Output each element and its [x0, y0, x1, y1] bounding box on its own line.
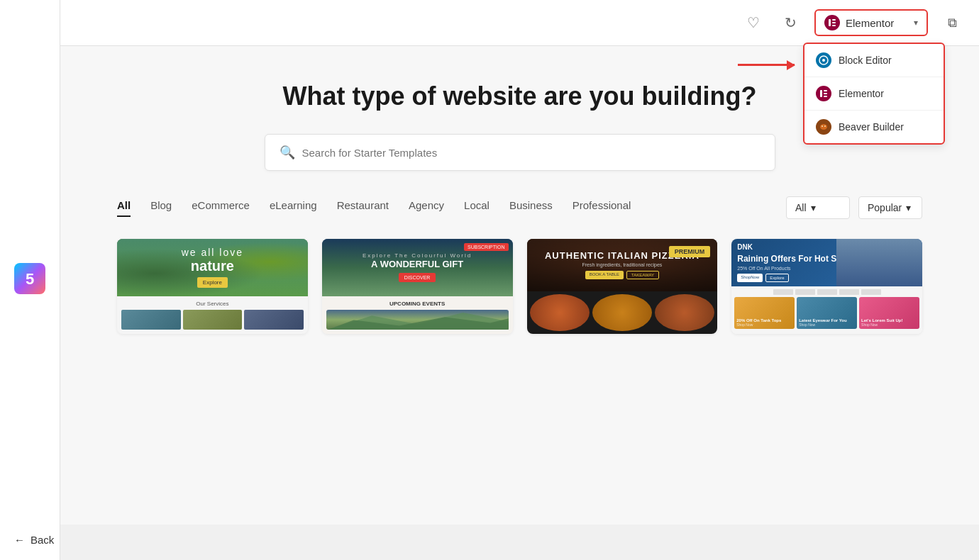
filter-row: All Blog eCommerce eLearning Restaurant …	[117, 196, 922, 219]
template-card-outdoor[interactable]: SUBSCRIPTION Explore The Colourful World…	[322, 239, 513, 334]
dnk-card-2-cta: Shop Now	[799, 323, 855, 327]
search-box: 🔍	[265, 134, 775, 171]
filter-tab-ecommerce[interactable]: eCommerce	[192, 199, 250, 217]
filter-tabs: All Blog eCommerce eLearning Restaurant …	[117, 199, 631, 217]
sort-filter-dropdown[interactable]: Popular ▾	[858, 196, 922, 219]
pizza-cta-1: BOOK A TABLE	[585, 271, 624, 279]
dropdown-selected-label: Elementor	[846, 17, 894, 29]
template-card-nature[interactable]: we all love nature Explore Our Services	[117, 239, 308, 334]
svg-rect-11	[824, 96, 827, 97]
filter-tab-restaurant[interactable]: Restaurant	[337, 199, 389, 217]
sort-filter-chevron: ▾	[906, 202, 911, 213]
outdoor-badge: SUBSCRIPTION	[464, 243, 509, 251]
dropdown-item-beaver-builder[interactable]: Beaver Builder	[804, 111, 944, 143]
svg-rect-2	[829, 19, 831, 26]
nature-hero-text: we all love nature Explore	[182, 247, 243, 288]
pizza-img-2	[592, 294, 652, 331]
template-thumb-dnk: DNK Raining Offers For Hot Summer! 25% O…	[731, 239, 922, 334]
filter-tab-agency[interactable]: Agency	[409, 199, 444, 217]
type-filter-dropdown[interactable]: All ▾	[786, 196, 850, 219]
builder-dropdown-menu: Block Editor Elementor Beav	[803, 43, 945, 145]
page-title: What type of website are you building?	[117, 82, 922, 111]
nature-cta: Explore	[197, 277, 228, 288]
filter-tab-business[interactable]: Business	[509, 199, 553, 217]
svg-point-13	[822, 125, 823, 127]
filter-tab-blog[interactable]: Blog	[150, 199, 172, 217]
dropdown-item-block-editor[interactable]: Block Editor	[804, 44, 944, 77]
dnk-btn-explore: Explore	[765, 274, 788, 282]
nature-services-label: Our Services	[121, 301, 304, 307]
refresh-icon[interactable]: ↻	[778, 10, 803, 35]
dnk-card-3: Let's Lorem Suit Up! Shop Now	[859, 297, 919, 329]
dropdown-item-elementor[interactable]: Elementor	[804, 77, 944, 111]
svg-point-7	[822, 59, 825, 62]
type-filter-chevron: ▾	[811, 202, 816, 213]
premium-badge: PREMIUM	[669, 246, 711, 257]
brand-logo-3	[817, 289, 837, 295]
filter-tab-local[interactable]: Local	[464, 199, 490, 217]
external-link-icon[interactable]: ⧉	[939, 10, 965, 35]
dnk-brand-logos	[734, 289, 919, 295]
svg-rect-10	[824, 93, 827, 94]
arrow-indicator	[738, 64, 795, 66]
brand-logo-1	[773, 289, 793, 295]
template-thumb-outdoor: SUBSCRIPTION Explore The Colourful World…	[322, 239, 513, 334]
topbar-right: ♡ ↻ Elementor ▾ ⧉	[741, 9, 965, 36]
template-card-dnk[interactable]: DNK Raining Offers For Hot Summer! 25% O…	[731, 239, 922, 334]
pizza-cta-2: TAKEAWAY	[626, 271, 659, 279]
svg-text:5: 5	[26, 270, 34, 288]
dnk-card-1: 20% Off On Tank Tops Shop Now	[734, 297, 795, 329]
back-button[interactable]: ← Back	[14, 534, 54, 546]
dropdown-chevron-icon: ▾	[914, 18, 918, 28]
template-thumb-nature: we all love nature Explore Our Services	[117, 239, 308, 334]
service-img-2	[183, 310, 243, 330]
service-img-1	[121, 310, 181, 330]
brand-logo-5	[861, 289, 881, 295]
pizza-img-1	[530, 294, 590, 331]
search-icon: 🔍	[280, 145, 295, 160]
dnk-bottom: 20% Off On Tank Tops Shop Now Latest Eye…	[731, 286, 922, 334]
template-grid: we all love nature Explore Our Services	[117, 239, 922, 334]
wp-icon	[816, 52, 831, 68]
main-wrapper: ♡ ↻ Elementor ▾ ⧉	[60, 0, 979, 560]
filter-tab-all[interactable]: All	[117, 199, 131, 217]
search-container: 🔍	[265, 134, 775, 171]
sidebar-logo[interactable]: 5	[14, 263, 45, 297]
heart-icon[interactable]: ♡	[741, 10, 766, 35]
outdoor-events-label: UPCOMING EVENTS	[389, 301, 445, 307]
pizza-subtitle: Fresh ingredients, traditional recipes	[582, 262, 662, 267]
dnk-card-3-cta: Shop Now	[861, 323, 917, 327]
back-arrow-icon: ←	[14, 534, 25, 546]
dnk-btn-shop: ShopNow	[737, 274, 763, 282]
arrow-line	[738, 64, 795, 66]
filter-dropdowns: All ▾ Popular ▾	[786, 196, 922, 219]
filter-tab-professional[interactable]: Professional	[573, 199, 631, 217]
sort-filter-label: Popular	[868, 202, 902, 213]
back-label: Back	[31, 534, 54, 546]
type-filter-label: All	[795, 202, 807, 213]
svg-rect-9	[824, 90, 827, 91]
builder-dropdown-trigger[interactable]: Elementor ▾	[814, 9, 928, 36]
outdoor-bottom: UPCOMING EVENTS	[322, 296, 513, 335]
search-input[interactable]	[302, 147, 760, 159]
block-editor-label: Block Editor	[839, 55, 892, 66]
topbar: ♡ ↻ Elementor ▾ ⧉	[60, 0, 979, 46]
filter-tab-elearning[interactable]: eLearning	[270, 199, 317, 217]
template-card-pizzeria[interactable]: PREMIUM AUTHENTIC ITALIAN PIZZERIA Fresh…	[527, 239, 718, 334]
service-img-3	[244, 310, 304, 330]
beaver-builder-label: Beaver Builder	[839, 121, 904, 133]
dnk-card-2: Latest Eyewear For You Shop Now	[797, 297, 857, 329]
elementor-menu-icon	[816, 86, 831, 101]
svg-rect-5	[832, 25, 836, 26]
sidebar: 5	[0, 0, 60, 560]
elementor-badge-icon	[824, 15, 840, 30]
brand-logo-2	[795, 289, 815, 295]
pizza-img-3	[655, 294, 714, 331]
dnk-card-1-cta: Shop Now	[736, 323, 792, 327]
dnk-hero: DNK Raining Offers For Hot Summer! 25% O…	[731, 239, 922, 286]
pizza-ctas: BOOK A TABLE TAKEAWAY	[585, 271, 659, 279]
pizza-bottom	[527, 291, 718, 334]
beaver-icon	[816, 119, 831, 135]
dnk-model-image	[836, 239, 922, 286]
nature-service-images	[121, 310, 304, 330]
